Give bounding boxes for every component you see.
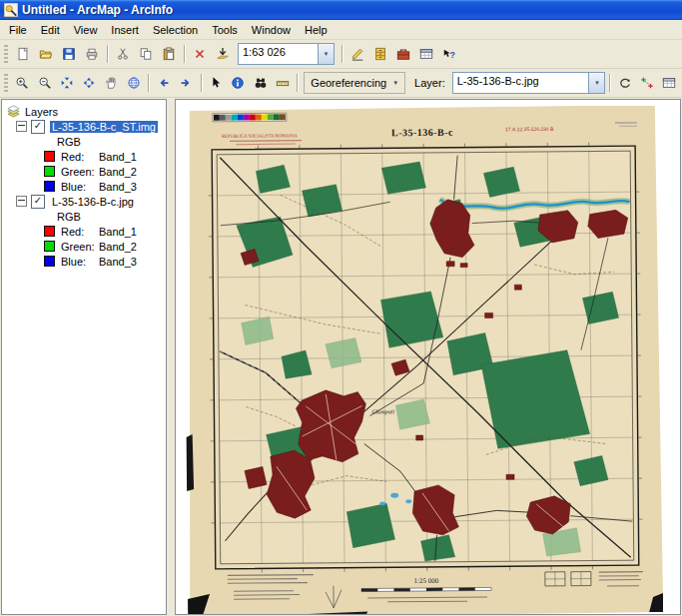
select-cursor-icon	[209, 76, 223, 90]
new-document-icon	[16, 47, 30, 61]
band-row[interactable]: Green: Band_2	[2, 239, 166, 254]
collapse-expander[interactable]	[16, 121, 27, 132]
data-frame-row[interactable]: Layers	[2, 104, 166, 119]
toolbar-grip[interactable]	[4, 45, 8, 63]
zoom-in-button[interactable]	[12, 72, 33, 94]
band-color-chip	[44, 166, 55, 177]
select-elements-button[interactable]	[206, 72, 227, 94]
menu-view[interactable]: View	[67, 22, 105, 38]
window-title: Untitled - ArcMap - ArcInfo	[22, 3, 173, 17]
cut-button[interactable]	[112, 43, 134, 65]
toolbar-separator	[297, 74, 298, 92]
band-color-chip	[44, 181, 55, 192]
rotate-button[interactable]	[614, 72, 635, 94]
save-icon	[62, 47, 76, 61]
fixed-zoom-out-button[interactable]	[79, 72, 100, 94]
band-channel-label: Red:	[61, 151, 99, 163]
menu-file[interactable]: File	[2, 22, 34, 38]
arctoolbox-icon	[396, 47, 410, 61]
zoom-out-button[interactable]	[34, 72, 55, 94]
fixed-zoom-in-button[interactable]	[56, 72, 77, 94]
render-mode-label: RGB	[57, 211, 81, 223]
print-button[interactable]	[81, 43, 103, 65]
layer-row[interactable]: L-35-136-B-c_ST.img	[2, 119, 166, 134]
menu-window[interactable]: Window	[245, 22, 298, 38]
print-icon	[85, 47, 99, 61]
new-document-button[interactable]	[12, 43, 34, 65]
menu-selection[interactable]: Selection	[146, 22, 205, 38]
toolbar-separator	[148, 74, 149, 92]
toolbar-grip[interactable]	[4, 74, 8, 92]
toolbar-separator	[184, 45, 185, 63]
band-row[interactable]: Blue: Band_3	[2, 254, 166, 269]
measure-button[interactable]	[272, 72, 293, 94]
identify-button[interactable]	[228, 72, 249, 94]
add-data-icon	[216, 47, 230, 61]
menu-help[interactable]: Help	[298, 22, 335, 38]
add-data-button[interactable]	[212, 43, 234, 65]
open-button[interactable]	[35, 43, 57, 65]
map-header-left: REPUBLICA SOCIALISTA ROMANIA	[222, 133, 298, 139]
menu-insert[interactable]: Insert	[104, 22, 146, 38]
data-frame-label: Layers	[25, 106, 58, 118]
combo-dropdown-arrow-icon[interactable]	[318, 44, 334, 64]
band-color-chip	[44, 226, 55, 237]
toolbar-separator	[107, 45, 108, 63]
view-link-table-button[interactable]	[659, 72, 680, 94]
command-table-button[interactable]	[415, 43, 437, 65]
find-button[interactable]	[250, 72, 271, 94]
georeferencing-layer-combo[interactable]: L-35-136-B-c.jpg	[452, 72, 606, 94]
save-button[interactable]	[58, 43, 80, 65]
delete-button[interactable]	[189, 43, 211, 65]
map-scale-value: 1:63 026	[239, 44, 318, 64]
layer-name[interactable]: L-35-136-B-c_ST.img	[50, 121, 158, 133]
georeferencing-layer-value: L-35-136-B-c.jpg	[453, 73, 589, 93]
band-color-chip	[44, 151, 55, 162]
pan-button[interactable]	[101, 72, 122, 94]
layer-visibility-checkbox[interactable]	[31, 120, 45, 134]
band-row[interactable]: Red: Band_1	[2, 224, 166, 239]
band-name-label: Band_1	[99, 226, 137, 238]
arccatalog-button[interactable]	[369, 43, 391, 65]
map-view-panel[interactable]: REPUBLICA SOCIALISTA ROMANIA L-35-136-B-…	[175, 99, 681, 615]
band-row[interactable]: Red: Band_1	[2, 149, 166, 164]
layer-row[interactable]: L-35-136-B-c.jpg	[2, 194, 166, 209]
paste-icon	[162, 47, 176, 61]
tools-toolbar: Georeferencing Layer: L-35-136-B-c.jpg	[0, 69, 682, 98]
rotate-icon	[618, 76, 632, 90]
georeferencing-menu-button[interactable]: Georeferencing	[304, 72, 405, 94]
menu-edit[interactable]: Edit	[34, 22, 67, 38]
map-scale-combo[interactable]: 1:63 026	[238, 43, 335, 65]
band-channel-label: Blue:	[61, 256, 99, 268]
go-forward-extent-button[interactable]	[175, 72, 196, 94]
band-row[interactable]: Green: Band_2	[2, 164, 166, 179]
layer-visibility-checkbox[interactable]	[31, 195, 45, 209]
map-canvas[interactable]: REPUBLICA SOCIALISTA ROMANIA L-35-136-B-…	[186, 106, 663, 615]
copy-button[interactable]	[135, 43, 157, 65]
title-bar[interactable]: Untitled - ArcMap - ArcInfo	[0, 0, 682, 20]
delete-icon	[193, 47, 207, 61]
paste-button[interactable]	[158, 43, 180, 65]
zoom-out-icon	[38, 76, 52, 90]
arcmap-window: Untitled - ArcMap - ArcInfo File Edit Vi…	[0, 0, 682, 616]
render-mode-row: RGB	[2, 134, 166, 149]
svg-text:?: ?	[449, 50, 454, 60]
pan-hand-icon	[104, 76, 118, 90]
full-extent-button[interactable]	[123, 72, 144, 94]
band-color-chip	[44, 256, 55, 267]
band-row[interactable]: Blue: Band_3	[2, 179, 166, 194]
menu-tools[interactable]: Tools	[205, 22, 245, 38]
table-of-contents[interactable]: Layers L-35-136-B-c_ST.img RGB Red: Band…	[1, 99, 167, 615]
combo-dropdown-arrow-icon[interactable]	[588, 73, 604, 93]
cut-icon	[116, 47, 130, 61]
toc-map-splitter[interactable]	[167, 98, 175, 616]
editor-toolbar-button[interactable]	[346, 43, 368, 65]
go-back-extent-button[interactable]	[153, 72, 174, 94]
measure-ruler-icon	[276, 76, 290, 90]
toolbar-separator	[341, 45, 342, 63]
arctoolbox-button[interactable]	[392, 43, 414, 65]
layer-name[interactable]: L-35-136-B-c.jpg	[50, 196, 136, 208]
collapse-expander[interactable]	[16, 196, 27, 207]
whats-this-button[interactable]: ?	[438, 43, 460, 65]
add-control-points-button[interactable]	[637, 72, 658, 94]
